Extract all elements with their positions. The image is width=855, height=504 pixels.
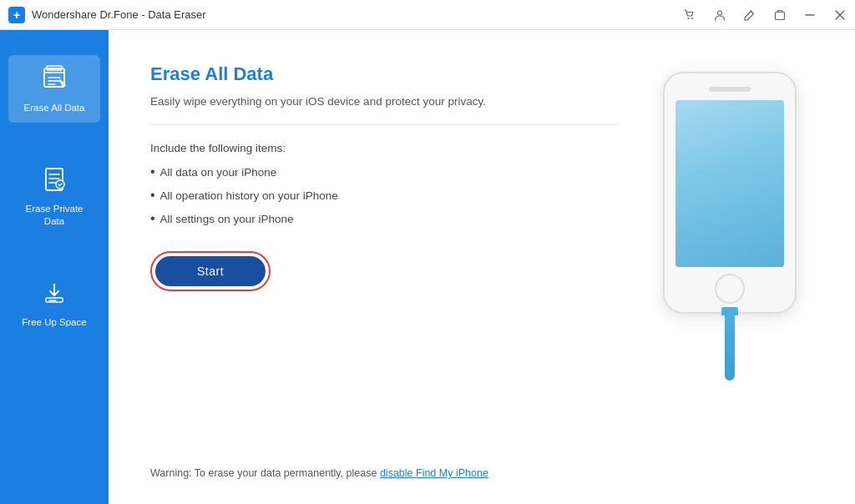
main-layout: Erase All Data Erase Private Data xyxy=(0,30,855,504)
svg-point-0 xyxy=(688,18,690,19)
sidebar-label-erase-all-data: Erase All Data xyxy=(24,102,85,114)
bullet-text: All data on your iPhone xyxy=(160,166,277,179)
user-icon[interactable] xyxy=(711,7,728,23)
sidebar: Erase All Data Erase Private Data xyxy=(0,30,109,504)
app-title: Wondershare Dr.Fone - Data Eraser xyxy=(32,8,206,21)
phone-area xyxy=(638,55,822,504)
start-button-area: Start xyxy=(150,251,618,291)
content-area: Erase All Data Easily wipe everything on… xyxy=(109,30,855,504)
sidebar-item-erase-private-data[interactable]: Erase Private Data xyxy=(8,156,100,236)
phone-speaker xyxy=(709,87,751,92)
app-icon: + xyxy=(8,7,25,23)
bullet-list: • All data on your iPhone • All operatio… xyxy=(150,164,618,226)
list-item: • All settings on your iPhone xyxy=(150,211,618,226)
svg-point-2 xyxy=(718,11,722,15)
sidebar-item-erase-all-data[interactable]: Erase All Data xyxy=(8,55,100,123)
phone-wrapper xyxy=(663,72,797,330)
bullet-dot: • xyxy=(150,211,155,226)
title-bar-left: + Wondershare Dr.Fone - Data Eraser xyxy=(8,7,206,23)
minimize-icon[interactable] xyxy=(802,7,818,23)
page-subtitle: Easily wipe everything on your iOS devic… xyxy=(150,95,618,108)
free-up-space-icon xyxy=(40,278,68,310)
bullet-dot: • xyxy=(150,164,155,179)
content-inner: Erase All Data Easily wipe everything on… xyxy=(150,63,618,291)
list-item: • All data on your iPhone xyxy=(150,164,618,179)
title-bar: + Wondershare Dr.Fone - Data Eraser xyxy=(0,0,855,30)
title-bar-controls xyxy=(681,7,848,23)
bullet-dot: • xyxy=(150,188,155,203)
svg-rect-3 xyxy=(776,12,785,19)
window-icon[interactable] xyxy=(772,7,788,23)
svg-point-1 xyxy=(691,18,693,19)
list-item: • All operation history on your iPhone xyxy=(150,188,618,203)
erase-all-data-icon xyxy=(40,63,68,95)
warning-link[interactable]: disable Find My iPhone xyxy=(380,467,488,479)
page-title: Erase All Data xyxy=(150,63,618,85)
svg-point-19 xyxy=(56,180,64,189)
divider xyxy=(150,124,618,125)
phone-screen xyxy=(675,100,784,267)
warning-text: Warning: To erase your data permanently,… xyxy=(150,467,488,479)
sidebar-label-free-up-space: Free Up Space xyxy=(22,316,86,329)
phone-cable xyxy=(725,314,735,381)
cart-icon[interactable] xyxy=(681,7,698,23)
start-button[interactable]: Start xyxy=(155,256,266,286)
phone-home-button xyxy=(715,274,745,304)
edit-icon[interactable] xyxy=(741,7,758,23)
bullet-text: All operation history on your iPhone xyxy=(160,189,338,202)
sidebar-label-erase-private-data: Erase Private Data xyxy=(18,203,90,228)
include-label: Include the following items: xyxy=(150,142,618,154)
bullet-text: All settings on your iPhone xyxy=(160,213,294,225)
erase-private-data-icon xyxy=(40,164,68,196)
start-button-border: Start xyxy=(150,251,271,291)
close-icon[interactable] xyxy=(832,7,848,23)
phone-body xyxy=(663,72,797,314)
sidebar-item-free-up-space[interactable]: Free Up Space xyxy=(8,270,100,337)
